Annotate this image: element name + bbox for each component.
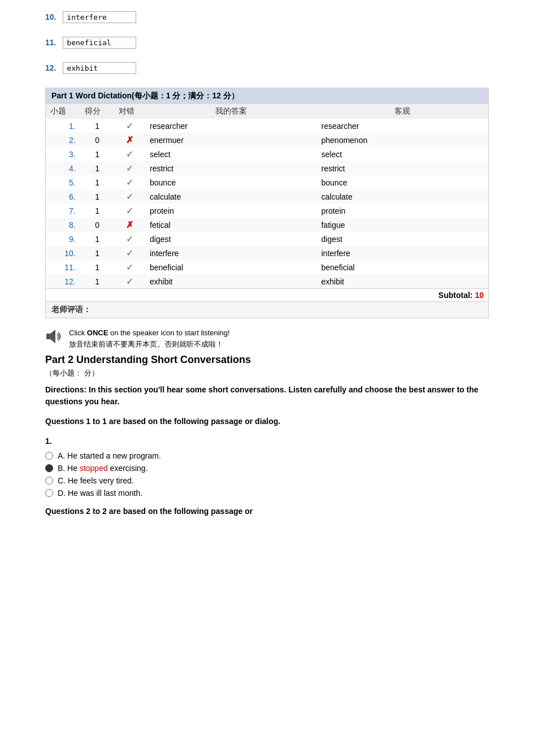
check-icon: ✓ xyxy=(126,234,133,244)
check-icon: ✓ xyxy=(126,121,133,131)
row-score: 1 xyxy=(80,204,115,218)
row-objective: fatigue xyxy=(316,218,488,232)
row-objective: bounce xyxy=(316,175,488,189)
row-score: 1 xyxy=(80,260,115,274)
table-row: 7.1✓proteinprotein xyxy=(46,204,488,218)
row-mark: ✓ xyxy=(114,260,145,274)
mc-option-1C[interactable]: C. He feels very tired. xyxy=(45,476,489,485)
row-objective: protein xyxy=(316,204,488,218)
row-num: 5. xyxy=(46,175,80,189)
row-score: 1 xyxy=(80,232,115,246)
mc-question-1: 1. A. He started a new program. B. He st… xyxy=(45,437,489,498)
mc-option-1D[interactable]: D. He was ill last month. xyxy=(45,489,489,498)
row-mark: ✓ xyxy=(114,119,145,133)
row-score: 1 xyxy=(80,175,115,189)
row-num: 7. xyxy=(46,204,80,218)
row-objective: researcher xyxy=(316,119,488,133)
question-11-number: 11. xyxy=(45,38,56,47)
row-mark: ✓ xyxy=(114,232,145,246)
svg-marker-1 xyxy=(50,330,55,343)
row-my-answer: beneficial xyxy=(145,260,316,274)
part1-title: Part 1 Word Dictation xyxy=(51,91,132,100)
table-row: 5.1✓bouncebounce xyxy=(46,175,488,189)
row-num: 6. xyxy=(46,189,80,204)
check-icon: ✓ xyxy=(126,163,133,173)
option-1D-text: D. He was ill last month. xyxy=(58,489,142,498)
teacher-comment: 老师评语： xyxy=(46,301,488,318)
row-num: 12. xyxy=(46,274,80,289)
check-icon: ✓ xyxy=(126,248,133,258)
check-icon: ✓ xyxy=(126,262,133,272)
row-num: 11. xyxy=(46,260,80,274)
row-my-answer: interfere xyxy=(145,246,316,260)
part2-subheading: （每小题： 分） xyxy=(45,368,489,378)
table-row: 4.1✓restrictrestrict xyxy=(46,161,488,175)
row-num: 9. xyxy=(46,232,80,246)
cross-icon: ✗ xyxy=(126,135,133,145)
row-objective: calculate xyxy=(316,189,488,204)
table-row: 3.1✓selectselect xyxy=(46,147,488,161)
row-num: 3. xyxy=(46,147,80,161)
row-num: 10. xyxy=(46,246,80,260)
radio-1D[interactable] xyxy=(45,489,53,497)
row-score: 1 xyxy=(80,274,115,289)
row-mark: ✓ xyxy=(114,161,145,175)
row-score: 1 xyxy=(80,189,115,204)
row-objective: exhibit xyxy=(316,274,488,289)
row-score: 1 xyxy=(80,147,115,161)
highlight-stopped: stopped xyxy=(80,464,108,473)
row-objective: interfere xyxy=(316,246,488,260)
table-row: 12.1✓exhibitexhibit xyxy=(46,274,488,289)
radio-1B[interactable] xyxy=(45,464,53,472)
table-row: 1.1✓researcherresearcher xyxy=(46,119,488,133)
row-my-answer: enermuer xyxy=(145,133,316,147)
part1-meta: (每小题：1 分；满分：12 分） xyxy=(132,91,239,100)
question-10-answer[interactable]: interfere xyxy=(63,11,136,23)
row-my-answer: restrict xyxy=(145,161,316,175)
cross-icon: ✗ xyxy=(126,220,133,230)
question-11-answer[interactable]: beneficial xyxy=(63,37,136,49)
question-12-answer[interactable]: exhibit xyxy=(63,62,136,74)
row-num: 8. xyxy=(46,218,80,232)
col-header-mark: 对错 xyxy=(114,104,145,119)
mc-option-1B[interactable]: B. He stopped exercising. xyxy=(45,464,489,473)
teacher-comment-label: 老师评语： xyxy=(51,305,91,314)
table-row: 10.1✓interfereinterfere xyxy=(46,246,488,260)
row-score: 0 xyxy=(80,133,115,147)
row-score: 0 xyxy=(80,218,115,232)
option-1C-text: C. He feels very tired. xyxy=(58,476,134,485)
row-objective: restrict xyxy=(316,161,488,175)
row-objective: digest xyxy=(316,232,488,246)
mc-question-1-number: 1. xyxy=(45,437,489,446)
row-score: 1 xyxy=(80,246,115,260)
mc-option-1A[interactable]: A. He started a new program. xyxy=(45,451,489,460)
radio-1A[interactable] xyxy=(45,452,53,460)
row-mark: ✓ xyxy=(114,204,145,218)
row-mark: ✓ xyxy=(114,189,145,204)
row-score: 1 xyxy=(80,119,115,133)
row-mark: ✗ xyxy=(114,133,145,147)
part1-table: 小题 得分 对错 我的答案 客观 1.1✓researcherresearche… xyxy=(46,104,488,301)
row-objective: phenomenon xyxy=(316,133,488,147)
row-objective: beneficial xyxy=(316,260,488,274)
part1-table-header-row: 小题 得分 对错 我的答案 客观 xyxy=(46,104,488,119)
question-12-block: 12. exhibit xyxy=(45,62,489,74)
question-12-number: 12. xyxy=(45,63,56,72)
row-my-answer: bounce xyxy=(145,175,316,189)
questions-based-1: Questions 1 to 1 are based on the follow… xyxy=(45,416,489,427)
option-1A-text: A. He started a new program. xyxy=(58,451,161,460)
row-objective: select xyxy=(316,147,488,161)
check-icon: ✓ xyxy=(126,178,133,187)
row-mark: ✓ xyxy=(114,274,145,289)
row-my-answer: fetical xyxy=(145,218,316,232)
speaker-block: Click ONCE on the speaker icon to start … xyxy=(45,327,489,349)
radio-1C[interactable] xyxy=(45,477,53,485)
part1-header: Part 1 Word Dictation(每小题：1 分；满分：12 分） xyxy=(46,88,488,104)
check-icon: ✓ xyxy=(126,149,133,159)
row-mark: ✓ xyxy=(114,147,145,161)
table-row: 2.0✗enermuerphenomenon xyxy=(46,133,488,147)
row-my-answer: researcher xyxy=(145,119,316,133)
row-num: 1. xyxy=(46,119,80,133)
speaker-icon[interactable] xyxy=(45,327,63,345)
speaker-text: Click ONCE on the speaker icon to start … xyxy=(69,327,230,349)
